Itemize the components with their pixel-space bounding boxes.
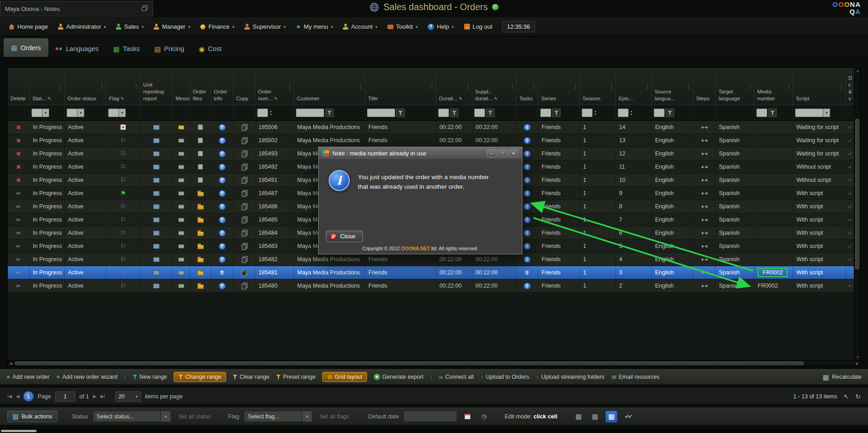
cell-more[interactable]: ✓ bbox=[846, 134, 855, 147]
cell-title[interactable]: Friends bbox=[365, 121, 436, 134]
cell-stat[interactable]: In Progress bbox=[30, 147, 65, 160]
message-icon[interactable] bbox=[178, 125, 184, 129]
cell-steps[interactable] bbox=[693, 121, 716, 134]
report-icon[interactable] bbox=[153, 125, 160, 130]
cell-more[interactable]: ✓ bbox=[846, 227, 855, 240]
menu-item-manager[interactable]: Manager▾ bbox=[149, 17, 195, 36]
message-icon[interactable] bbox=[178, 205, 184, 209]
copy-icon[interactable] bbox=[242, 152, 246, 157]
filter-input[interactable] bbox=[367, 108, 395, 117]
set-all-status-button[interactable]: Set all status bbox=[178, 413, 211, 420]
cell-script[interactable]: With script bbox=[793, 187, 846, 200]
cell-season[interactable]: 1 bbox=[580, 147, 616, 160]
cell-order_status[interactable]: Active bbox=[65, 227, 106, 240]
page-size-select[interactable]: 20 ▾ bbox=[115, 392, 141, 402]
flag-icon[interactable]: ⚐ bbox=[120, 164, 126, 170]
column-menu-icon[interactable]: ⋮ bbox=[686, 82, 692, 90]
tab-tasks[interactable]: ▦Tasks bbox=[106, 41, 147, 57]
scroll-up-icon[interactable]: ▲ bbox=[856, 69, 859, 72]
cell-script[interactable]: With script bbox=[793, 200, 846, 213]
cell-customer[interactable]: Maya Media Productions bbox=[294, 279, 365, 293]
cell-order_files[interactable] bbox=[190, 279, 211, 293]
cell-flag[interactable]: ⚐ bbox=[106, 240, 140, 253]
report-icon[interactable] bbox=[153, 165, 160, 170]
cell-target_language[interactable]: Spanish bbox=[716, 253, 754, 266]
cell-order_info[interactable]: ? bbox=[211, 187, 233, 200]
filter-select[interactable] bbox=[108, 108, 119, 117]
cell-supplier_duration[interactable]: 00:22:00 bbox=[472, 121, 517, 134]
report-icon[interactable] bbox=[153, 270, 160, 275]
cell-order_status[interactable]: Active bbox=[65, 147, 106, 160]
cell-target_language[interactable]: Spanish bbox=[716, 147, 754, 160]
filter-funnel-button[interactable] bbox=[450, 108, 459, 117]
last-page-button[interactable]: ▶| bbox=[100, 393, 104, 399]
restore-icon[interactable] bbox=[142, 7, 146, 11]
cell-more[interactable]: ✓ bbox=[846, 279, 855, 293]
toolbar-add-new-order[interactable]: +Add new order bbox=[6, 374, 50, 380]
column-header-target_language[interactable]: Target language⋮ bbox=[716, 68, 754, 105]
task-info-icon[interactable]: i bbox=[524, 230, 531, 237]
cell-title[interactable]: Friends bbox=[365, 134, 436, 147]
column-header-order_info[interactable]: Order info bbox=[211, 68, 233, 105]
default-date-input[interactable] bbox=[403, 411, 457, 422]
grid-view-button-3[interactable]: ▦ bbox=[605, 411, 617, 423]
flag-icon[interactable]: ⚐ bbox=[120, 203, 126, 210]
copy-icon[interactable] bbox=[242, 218, 246, 223]
cell-more[interactable]: ✓ bbox=[846, 187, 855, 200]
cell-order_num[interactable]: 185502 bbox=[255, 134, 294, 147]
cell-order_num[interactable]: 185492 bbox=[255, 160, 294, 174]
cell-target_language[interactable]: Spanish bbox=[716, 174, 754, 187]
cell-episode[interactable]: 6 bbox=[616, 227, 652, 240]
cell-script[interactable]: Without script bbox=[793, 174, 846, 187]
cell-duration[interactable]: 00:22:00 bbox=[436, 266, 472, 279]
message-icon[interactable] bbox=[178, 191, 184, 196]
cell-episode[interactable]: 14 bbox=[616, 121, 652, 134]
current-page-button[interactable]: 1 bbox=[23, 391, 34, 402]
folder-icon[interactable] bbox=[197, 284, 204, 289]
task-info-icon[interactable]: i bbox=[524, 164, 531, 170]
cell-copy[interactable] bbox=[233, 160, 255, 174]
cell-unit_reporting_report[interactable] bbox=[140, 174, 173, 187]
flag-icon[interactable]: ⚐ bbox=[120, 216, 126, 223]
cell-copy[interactable] bbox=[233, 187, 255, 200]
cell-unit_reporting_report[interactable] bbox=[140, 213, 173, 227]
filter-input[interactable] bbox=[582, 108, 593, 117]
menu-item-home-page[interactable]: Home page bbox=[4, 17, 53, 36]
cell-stat[interactable]: In Progress bbox=[30, 213, 65, 227]
toolbar-grid-layout[interactable]: ⚙Grid layout bbox=[322, 372, 367, 382]
cell-order_num[interactable]: 185493 bbox=[255, 147, 294, 160]
cell-stat[interactable]: In Progress bbox=[30, 160, 65, 174]
cell-flag[interactable]: ⚑ bbox=[106, 187, 140, 200]
cell-order_files[interactable] bbox=[190, 134, 211, 147]
cell-media_number[interactable] bbox=[754, 240, 793, 253]
cell-tasks[interactable]: i bbox=[517, 266, 538, 279]
cell-stat[interactable]: In Progress bbox=[30, 227, 65, 240]
report-icon[interactable] bbox=[153, 191, 160, 196]
cell-copy[interactable] bbox=[233, 147, 255, 160]
toolbar-upload-streaming-folders[interactable]: ↑Upload streaming folders bbox=[536, 374, 604, 380]
column-header-flag[interactable]: Flag✎⋮ bbox=[106, 68, 140, 105]
filter-funnel-button[interactable] bbox=[486, 108, 495, 117]
cell-order_info[interactable]: ? bbox=[211, 279, 233, 293]
cell-target_language[interactable]: Spanish bbox=[716, 200, 754, 213]
cell-order_num[interactable]: 185480 bbox=[255, 279, 294, 293]
cell-steps[interactable] bbox=[693, 227, 716, 240]
steps-icon[interactable] bbox=[701, 125, 708, 129]
grid-row-185506[interactable]: ✖In ProgressActive✖?185506Maya Media Pro… bbox=[8, 121, 860, 134]
filter-funnel-button[interactable] bbox=[325, 108, 334, 117]
cell-message[interactable] bbox=[173, 227, 190, 240]
delete-icon[interactable]: ✖ bbox=[16, 164, 21, 170]
cell-steps[interactable] bbox=[693, 253, 716, 266]
message-icon[interactable] bbox=[178, 258, 184, 262]
cell-more[interactable]: ✓ bbox=[846, 266, 855, 279]
menu-item-log-out[interactable]: →Log out bbox=[459, 17, 497, 36]
cell-season[interactable]: 1 bbox=[580, 134, 616, 147]
cell-target_language[interactable]: Spanish bbox=[716, 121, 754, 134]
column-header-script[interactable]: Script⋮ bbox=[793, 68, 846, 105]
filter-input[interactable] bbox=[474, 108, 485, 117]
cell-source_language[interactable]: English bbox=[652, 279, 693, 293]
cell-message[interactable] bbox=[173, 121, 190, 134]
column-menu-icon[interactable]: ⋮ bbox=[531, 82, 537, 90]
column-header-delete[interactable]: Delete bbox=[8, 68, 30, 105]
steps-icon[interactable] bbox=[701, 205, 708, 209]
